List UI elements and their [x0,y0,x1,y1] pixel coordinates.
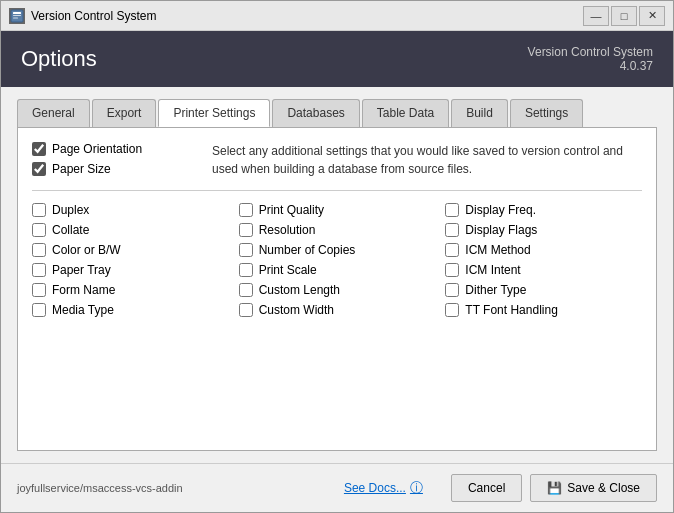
column-3: Display Freq. Display Flags ICM Method I… [445,203,642,436]
checkbox-print-quality-input[interactable] [239,203,253,217]
checkbox-collate[interactable]: Collate [32,223,229,237]
checkbox-number-of-copies-label: Number of Copies [259,243,356,257]
checkbox-color-bw-label: Color or B/W [52,243,121,257]
checkbox-form-name-input[interactable] [32,283,46,297]
checkbox-paper-size-input[interactable] [32,162,46,176]
top-section: Page Orientation Paper Size Select any a… [32,142,642,191]
checkbox-custom-width-input[interactable] [239,303,253,317]
checkbox-paper-size[interactable]: Paper Size [32,162,192,176]
checkbox-color-bw[interactable]: Color or B/W [32,243,229,257]
app-name: Version Control System [528,45,653,59]
checkbox-paper-tray[interactable]: Paper Tray [32,263,229,277]
checkbox-dither-type[interactable]: Dither Type [445,283,642,297]
page-title: Options [21,46,97,72]
checkbox-resolution[interactable]: Resolution [239,223,436,237]
checkbox-print-scale-input[interactable] [239,263,253,277]
checkbox-icm-method[interactable]: ICM Method [445,243,642,257]
checkbox-icm-method-input[interactable] [445,243,459,257]
checkbox-page-orientation[interactable]: Page Orientation [32,142,192,156]
tab-settings[interactable]: Settings [510,99,583,127]
minimize-button[interactable]: — [583,6,609,26]
see-docs-label: See Docs... [344,481,406,495]
checkbox-custom-length[interactable]: Custom Length [239,283,436,297]
title-bar: Version Control System — □ ✕ [1,1,673,31]
checkbox-number-of-copies-input[interactable] [239,243,253,257]
cancel-button[interactable]: Cancel [451,474,522,502]
checkbox-dither-type-label: Dither Type [465,283,526,297]
header-bar: Options Version Control System 4.0.37 [1,31,673,87]
close-button[interactable]: ✕ [639,6,665,26]
save-close-label: Save & Close [567,481,640,495]
app-version: 4.0.37 [528,59,653,73]
column-1: Duplex Collate Color or B/W Paper Tray [32,203,229,436]
main-window: Version Control System — □ ✕ Options Ver… [0,0,674,513]
checkbox-media-type-label: Media Type [52,303,114,317]
tab-export[interactable]: Export [92,99,157,127]
checkbox-tt-font-handling-input[interactable] [445,303,459,317]
tab-printer-settings[interactable]: Printer Settings [158,99,270,127]
panel-printer-settings: Page Orientation Paper Size Select any a… [17,127,657,451]
tab-databases[interactable]: Databases [272,99,359,127]
checkbox-dither-type-input[interactable] [445,283,459,297]
checkbox-display-freq-input[interactable] [445,203,459,217]
footer: joyfullservice/msaccess-vcs-addin See Do… [1,463,673,512]
checkbox-display-flags[interactable]: Display Flags [445,223,642,237]
checkbox-media-type[interactable]: Media Type [32,303,229,317]
checkbox-display-freq-label: Display Freq. [465,203,536,217]
checkbox-form-name[interactable]: Form Name [32,283,229,297]
checkbox-resolution-label: Resolution [259,223,316,237]
svg-rect-1 [13,12,21,14]
tab-general[interactable]: General [17,99,90,127]
external-link-icon: ⓘ [410,479,423,497]
checkbox-icm-intent-input[interactable] [445,263,459,277]
checkbox-display-flags-label: Display Flags [465,223,537,237]
checkbox-tt-font-handling-label: TT Font Handling [465,303,558,317]
checkbox-duplex-label: Duplex [52,203,89,217]
checkbox-collate-input[interactable] [32,223,46,237]
checkbox-duplex[interactable]: Duplex [32,203,229,217]
checkbox-display-freq[interactable]: Display Freq. [445,203,642,217]
checkbox-print-quality-label: Print Quality [259,203,324,217]
app-icon [9,8,25,24]
footer-path: joyfullservice/msaccess-vcs-addin [17,482,344,494]
maximize-button[interactable]: □ [611,6,637,26]
svg-rect-2 [13,15,21,16]
checkbox-resolution-input[interactable] [239,223,253,237]
checkbox-icm-intent[interactable]: ICM Intent [445,263,642,277]
checkbox-form-name-label: Form Name [52,283,115,297]
save-icon: 💾 [547,481,562,495]
column-2: Print Quality Resolution Number of Copie… [239,203,436,436]
see-docs-link[interactable]: See Docs... ⓘ [344,479,423,497]
checkbox-custom-width-label: Custom Width [259,303,334,317]
checkbox-paper-tray-label: Paper Tray [52,263,111,277]
checkbox-page-orientation-input[interactable] [32,142,46,156]
tab-table-data[interactable]: Table Data [362,99,449,127]
window-title: Version Control System [31,9,583,23]
checkbox-icm-method-label: ICM Method [465,243,530,257]
save-close-button[interactable]: 💾 Save & Close [530,474,657,502]
description-text: Select any additional settings that you … [212,142,642,178]
checkbox-custom-length-input[interactable] [239,283,253,297]
checkbox-color-bw-input[interactable] [32,243,46,257]
checkbox-display-flags-input[interactable] [445,223,459,237]
window-controls: — □ ✕ [583,6,665,26]
checkbox-media-type-input[interactable] [32,303,46,317]
checkbox-print-scale[interactable]: Print Scale [239,263,436,277]
app-info: Version Control System 4.0.37 [528,45,653,73]
settings-grid: Duplex Collate Color or B/W Paper Tray [32,203,642,436]
tab-build[interactable]: Build [451,99,508,127]
checkbox-number-of-copies[interactable]: Number of Copies [239,243,436,257]
checkbox-tt-font-handling[interactable]: TT Font Handling [445,303,642,317]
checkbox-custom-width[interactable]: Custom Width [239,303,436,317]
top-checkboxes: Page Orientation Paper Size [32,142,192,178]
checkbox-page-orientation-label: Page Orientation [52,142,142,156]
svg-rect-3 [13,17,18,18]
checkbox-icm-intent-label: ICM Intent [465,263,520,277]
tabs-bar: General Export Printer Settings Database… [17,99,657,127]
checkbox-print-quality[interactable]: Print Quality [239,203,436,217]
content-area: General Export Printer Settings Database… [1,87,673,463]
checkbox-print-scale-label: Print Scale [259,263,317,277]
checkbox-duplex-input[interactable] [32,203,46,217]
checkbox-paper-tray-input[interactable] [32,263,46,277]
checkbox-custom-length-label: Custom Length [259,283,340,297]
